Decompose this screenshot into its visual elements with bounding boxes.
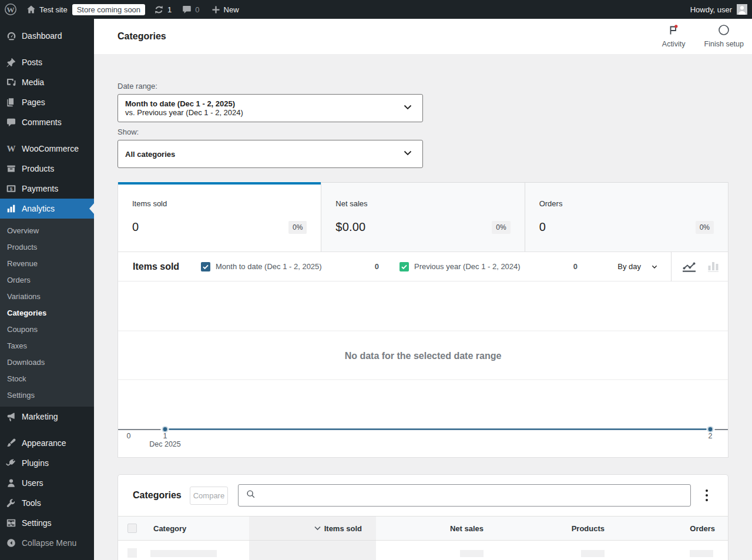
- store-coming-soon-badge: Store coming soon: [72, 4, 145, 15]
- interval-select[interactable]: By day: [617, 262, 671, 271]
- sidebar-item-payments[interactable]: $ Payments: [0, 179, 94, 199]
- submenu-label: Orders: [7, 276, 31, 284]
- payments-icon: $: [5, 183, 17, 195]
- sidebar-item-users[interactable]: Users: [0, 473, 94, 493]
- sidebar-item-analytics[interactable]: Analytics: [0, 199, 94, 219]
- submenu-item-variations[interactable]: Variations: [0, 288, 94, 304]
- paintbrush-icon: [5, 437, 17, 449]
- legend-item-current-period[interactable]: Month to date (Dec 1 - 2, 2025) 0: [201, 262, 379, 271]
- line-chart: 0 1 2 Dec 2025: [118, 281, 728, 457]
- activity-label: Activity: [662, 40, 686, 48]
- sidebar-item-marketing[interactable]: Marketing: [0, 407, 94, 427]
- line-chart-type-button[interactable]: [682, 261, 696, 272]
- sidebar-item-posts[interactable]: Posts: [0, 52, 94, 72]
- sidebar-item-label: Plugins: [22, 458, 49, 468]
- product-box-icon: [5, 163, 17, 175]
- submenu-item-orders[interactable]: Orders: [0, 271, 94, 288]
- submenu-label: Products: [7, 243, 37, 252]
- new-label: New: [224, 5, 239, 14]
- column-header-category[interactable]: Category: [147, 517, 249, 540]
- collapse-menu-button[interactable]: Collapse Menu: [0, 533, 94, 553]
- search-input[interactable]: [261, 491, 684, 500]
- sidebar-item-label: Analytics: [22, 204, 55, 213]
- analytics-icon: [5, 203, 17, 214]
- sidebar-item-label: Comments: [22, 118, 62, 127]
- column-header-items-sold[interactable]: Items sold: [249, 517, 376, 540]
- page-title: Categories: [118, 31, 166, 42]
- column-label: Net sales: [450, 524, 484, 533]
- tile-delta-badge: 0%: [288, 221, 307, 234]
- sidebar-item-comments[interactable]: Comments: [0, 112, 94, 132]
- admin-menu: Dashboard Posts Media Pages: [0, 19, 94, 560]
- media-icon: [5, 76, 17, 88]
- sidebar-item-products[interactable]: Products: [0, 159, 94, 179]
- sidebar-item-label: Payments: [22, 184, 58, 193]
- sidebar-item-tools[interactable]: Tools: [0, 493, 94, 513]
- submenu-item-revenue[interactable]: Revenue: [0, 255, 94, 271]
- skeleton-checkbox: [127, 548, 137, 558]
- date-range-select[interactable]: Month to date (Dec 1 - 2, 2025) vs. Prev…: [118, 94, 423, 122]
- select-all-checkbox[interactable]: [127, 524, 137, 533]
- table-search[interactable]: [238, 484, 691, 507]
- x-tick-1: 1: [163, 432, 167, 440]
- bar-chart-type-button[interactable]: [706, 261, 720, 272]
- sidebar-item-plugins[interactable]: Plugins: [0, 453, 94, 473]
- submenu-item-coupons[interactable]: Coupons: [0, 321, 94, 337]
- interval-value: By day: [617, 262, 641, 271]
- wordpress-logo-menu[interactable]: W: [0, 0, 21, 19]
- sidebar-item-woocommerce[interactable]: W WooCommerce: [0, 139, 94, 159]
- table-header-row: Category Items sold Net sales Products O…: [118, 517, 728, 541]
- submenu-item-stock[interactable]: Stock: [0, 370, 94, 387]
- svg-text:$: $: [10, 186, 13, 192]
- chart-plot-area[interactable]: 0 1 2 Dec 2025 No data for the selected …: [118, 281, 728, 457]
- settings-sliders-icon: [5, 517, 17, 529]
- my-account-menu[interactable]: Howdy, user: [686, 0, 752, 19]
- checkbox-checked-icon: [201, 262, 210, 271]
- sidebar-item-settings[interactable]: Settings: [0, 513, 94, 533]
- sidebar-item-pages[interactable]: Pages: [0, 92, 94, 112]
- summary-tile-net-sales[interactable]: Net sales $0.00 0%: [321, 182, 524, 252]
- column-label: Orders: [690, 524, 715, 533]
- site-menu[interactable]: Test site Store coming soon: [21, 0, 150, 19]
- column-label: Category: [153, 524, 186, 533]
- user-icon: [5, 477, 17, 489]
- submenu-label: Taxes: [7, 341, 27, 350]
- show-value: All categories: [125, 150, 402, 159]
- activity-button[interactable]: Activity: [659, 25, 689, 48]
- megaphone-icon: [5, 411, 17, 422]
- submenu-item-categories[interactable]: Categories: [0, 304, 94, 321]
- pushpin-icon: [5, 56, 17, 68]
- column-label: Items sold: [324, 524, 362, 533]
- main-content: Categories Activity Finish setup: [94, 19, 752, 560]
- column-header-net-sales[interactable]: Net sales: [376, 517, 498, 540]
- submenu-item-overview[interactable]: Overview: [0, 222, 94, 239]
- submenu-item-taxes[interactable]: Taxes: [0, 337, 94, 354]
- site-name: Test site: [39, 5, 68, 14]
- updates-menu[interactable]: 1: [150, 0, 176, 19]
- x-axis-note: Dec 2025: [149, 440, 181, 448]
- wrench-icon: [5, 497, 17, 509]
- sidebar-item-appearance[interactable]: Appearance: [0, 433, 94, 453]
- search-icon: [246, 489, 256, 502]
- ellipsis-menu-button[interactable]: [700, 485, 714, 506]
- chart-title: Items sold: [133, 261, 201, 272]
- compare-button[interactable]: Compare: [190, 487, 228, 505]
- category-show-select[interactable]: All categories: [118, 140, 423, 168]
- legend-item-previous-period[interactable]: Previous year (Dec 1 - 2, 2024) 0: [400, 262, 578, 271]
- submenu-item-downloads[interactable]: Downloads: [0, 354, 94, 370]
- summary-tile-items-sold[interactable]: Items sold 0 0%: [118, 182, 321, 252]
- summary-tile-orders[interactable]: Orders 0 0%: [525, 182, 728, 252]
- sidebar-item-media[interactable]: Media: [0, 72, 94, 92]
- x-tick-0: 0: [127, 432, 131, 440]
- comments-menu[interactable]: 0: [176, 0, 204, 19]
- data-point: [709, 427, 713, 431]
- sidebar-item-dashboard[interactable]: Dashboard: [0, 26, 94, 46]
- submenu-item-products[interactable]: Products: [0, 239, 94, 255]
- submenu-item-settings[interactable]: Settings: [0, 387, 94, 403]
- column-header-products[interactable]: Products: [498, 517, 619, 540]
- table-card-header: Categories Compare: [118, 475, 728, 516]
- finish-setup-button[interactable]: Finish setup: [704, 25, 744, 48]
- new-menu[interactable]: New: [204, 0, 244, 19]
- column-header-orders[interactable]: Orders: [619, 517, 727, 540]
- sidebar-item-label: WooCommerce: [22, 144, 79, 153]
